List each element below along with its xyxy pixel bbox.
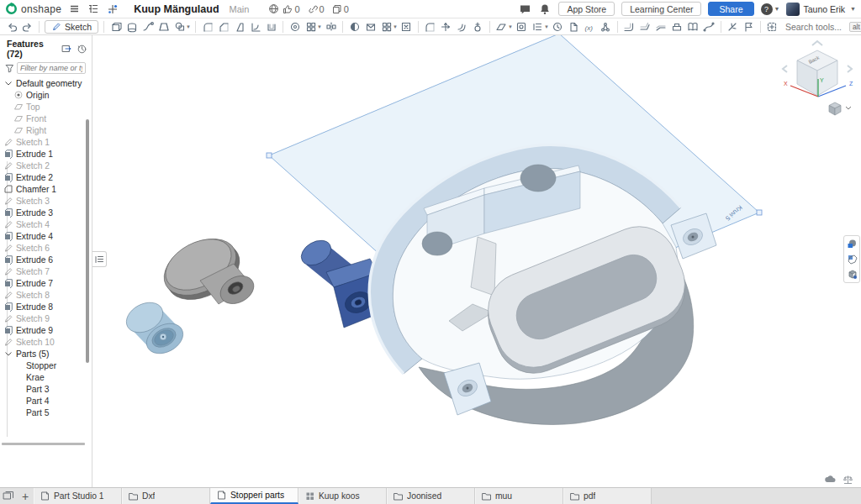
feature-row-extrude-3[interactable]: Extrude 3 (0, 207, 92, 218)
popout-icon[interactable] (61, 44, 72, 54)
spline-icon[interactable] (701, 19, 717, 34)
feature-row-sketch-7[interactable]: Sketch 7 (0, 265, 92, 277)
feature-row-sketch-1[interactable]: Sketch 1 (0, 136, 92, 148)
filter-funnel-icon[interactable] (5, 64, 14, 73)
split-icon[interactable] (362, 19, 378, 34)
hamburger-menu-icon[interactable] (67, 3, 81, 16)
chevron-down-icon[interactable]: ▼ (508, 24, 513, 29)
search-tools[interactable]: alt C (785, 22, 861, 32)
feature-row-stopper[interactable]: Stopper (0, 360, 92, 371)
section-cube-icon[interactable] (845, 253, 858, 265)
mirror-icon[interactable] (323, 19, 339, 34)
bend-icon[interactable] (653, 19, 669, 34)
filter-input[interactable] (17, 62, 86, 74)
graphics-viewport[interactable]: Kruvi 5 (92, 35, 861, 487)
feature-row-extrude-9[interactable]: Extrude 9 (0, 324, 92, 336)
globe-icon[interactable] (267, 3, 280, 16)
sweep-icon[interactable] (140, 19, 156, 34)
feature-row-extrude-1[interactable]: Extrude 1 (0, 148, 92, 160)
feature-row-extrude-4[interactable]: Extrude 4 (0, 230, 92, 242)
likes-counter[interactable]: 0 (283, 4, 299, 14)
learning-center-button[interactable]: Learning Center (621, 2, 701, 16)
part-stopper[interactable] (121, 297, 188, 360)
doc-tab-stopperi-parts[interactable]: Stopperi parts (210, 488, 298, 504)
feature-row-part-3[interactable]: Part 3 (0, 383, 92, 395)
doc-tab-part-studio-1[interactable]: Part Studio 1 (34, 488, 122, 504)
search-tools-input[interactable] (785, 22, 846, 32)
follow-mode-icon[interactable] (106, 3, 119, 16)
comments-icon[interactable] (518, 3, 531, 16)
doc-tab-dxf[interactable]: Dxf (122, 488, 210, 504)
feature-row-extrude-6[interactable]: Extrude 6 (0, 254, 92, 265)
feature-row-sketch-2[interactable]: Sketch 2 (0, 160, 92, 171)
doc-tab-joonised[interactable]: Joonised (387, 488, 475, 504)
hole-icon[interactable] (287, 19, 303, 34)
feature-row-origin[interactable]: Origin (0, 89, 92, 101)
mate-connector-icon[interactable] (470, 19, 486, 34)
feature-row-top[interactable]: Top (0, 101, 92, 113)
add-tab-icon[interactable]: + (17, 488, 34, 504)
features-scrollbar[interactable] (86, 119, 89, 363)
modify-fillet-icon[interactable] (422, 19, 438, 34)
sheet-metal-tab-icon[interactable] (669, 19, 685, 34)
share-button[interactable]: Share (708, 2, 753, 16)
doc-tab-pdf[interactable]: pdf (563, 488, 652, 504)
scale-status-icon[interactable] (843, 475, 854, 485)
feature-row-sketch-3[interactable]: Sketch 3 (0, 195, 92, 207)
offset-surface-icon[interactable] (454, 19, 470, 34)
view-cube[interactable]: Back X Y Z (783, 41, 853, 97)
history-icon[interactable] (77, 44, 87, 54)
copies-counter[interactable]: 0 (332, 4, 349, 14)
select-tools-icon[interactable] (764, 19, 780, 34)
doc-tab-muu[interactable]: muu (475, 488, 563, 504)
manage-tabs-icon[interactable] (0, 488, 17, 504)
trim-icon[interactable] (725, 19, 741, 34)
feature-row-part-5[interactable]: Part 5 (0, 407, 92, 418)
edit-sketch-plane-icon[interactable] (741, 19, 757, 34)
enclose-icon[interactable] (514, 19, 530, 34)
import-derived-icon[interactable] (566, 19, 582, 34)
doc-tab-kuup-koos[interactable]: Kuup koos (298, 488, 387, 504)
shell-icon[interactable] (263, 19, 279, 34)
chevron-down-icon[interactable]: ▼ (544, 24, 549, 29)
feature-row-sketch-6[interactable]: Sketch 6 (0, 242, 92, 254)
draft-icon[interactable] (231, 19, 247, 34)
redo-icon[interactable] (19, 19, 35, 34)
feature-row-extrude-2[interactable]: Extrude 2 (0, 171, 92, 183)
chevron-down-icon[interactable]: ▼ (393, 24, 398, 29)
chevron-down-icon[interactable]: ▼ (317, 24, 322, 29)
unfold-icon[interactable] (685, 19, 701, 34)
sheet-metal-model-icon[interactable] (621, 19, 637, 34)
sketch-button[interactable]: Sketch (45, 20, 98, 34)
feature-row-right[interactable]: Right (0, 124, 92, 136)
feature-row-sketch-4[interactable]: Sketch 4 (0, 218, 92, 230)
cloud-status-icon[interactable] (824, 475, 836, 485)
links-counter[interactable]: 0 (308, 4, 325, 14)
feature-row-part-4[interactable]: Part 4 (0, 395, 92, 407)
chamfer-icon[interactable] (215, 19, 231, 34)
notifications-bell-icon[interactable] (538, 3, 552, 16)
custom-feature-icon[interactable] (598, 19, 614, 34)
rollback-bar[interactable] (2, 443, 85, 445)
delete-part-icon[interactable] (399, 19, 415, 34)
feature-row-sketch-10[interactable]: Sketch 10 (0, 336, 92, 348)
features-list-toggle[interactable] (92, 251, 107, 267)
feature-row-chamfer-1[interactable]: Chamfer 1 (0, 183, 92, 195)
mesh-cube-icon[interactable] (845, 268, 858, 281)
feature-row-extrude-7[interactable]: Extrude 7 (0, 277, 92, 289)
feature-row-parts-5-[interactable]: Parts (5) (0, 348, 92, 360)
variable-icon[interactable]: (x) (582, 19, 598, 34)
fillet-icon[interactable] (199, 19, 215, 34)
feature-row-sketch-9[interactable]: Sketch 9 (0, 312, 92, 324)
view-options-cube-icon[interactable] (829, 102, 851, 115)
flange-icon[interactable] (637, 19, 653, 34)
boolean-union-icon[interactable] (346, 19, 362, 34)
feature-row-front[interactable]: Front (0, 113, 92, 124)
rib-icon[interactable] (247, 19, 263, 34)
fs-timer-icon[interactable] (550, 19, 566, 34)
undo-icon[interactable] (3, 19, 19, 34)
feature-row-default-geometry[interactable]: Default geometry (0, 77, 92, 89)
chevron-down-icon[interactable]: ▼ (186, 24, 191, 29)
feature-row-sketch-8[interactable]: Sketch 8 (0, 289, 92, 301)
part-krae[interactable] (155, 228, 259, 311)
